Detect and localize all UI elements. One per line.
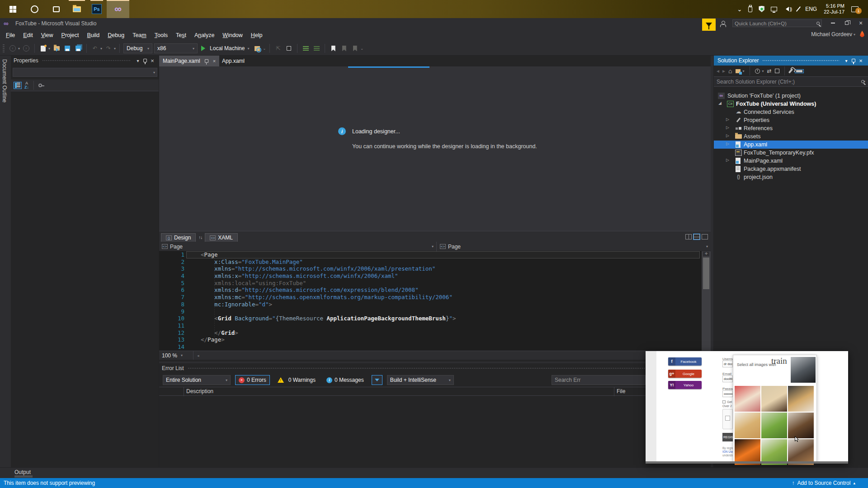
clock[interactable]: 5:16 PM 22-Jul-17 (824, 3, 844, 15)
properties-header[interactable]: Properties ▾ × (11, 56, 159, 66)
sign-in-icon[interactable] (720, 21, 726, 27)
newsletter-checkbox[interactable] (722, 400, 726, 404)
restore-button[interactable] (840, 18, 854, 28)
chevron-down-icon[interactable]: ▾ (48, 47, 50, 51)
collapse-pane-button[interactable] (702, 234, 708, 239)
speaker-icon[interactable]: )) (783, 7, 792, 12)
code-line-1[interactable]: 1<Page (159, 251, 711, 258)
drag-handle[interactable] (188, 367, 704, 370)
menu-file[interactable]: File (2, 31, 19, 40)
code-line-7[interactable]: 7 xmlns:mc="http://schemas.openxmlformat… (159, 294, 711, 301)
back-button[interactable]: ◂ (717, 68, 719, 74)
solution-explorer-search-input[interactable]: Search Solution Explorer (Ctrl+;) ▾ (714, 77, 868, 87)
code-line-14[interactable]: 14 (159, 343, 711, 351)
add-item-button[interactable] (52, 43, 61, 53)
close-icon[interactable]: × (857, 57, 864, 64)
properties-button[interactable] (788, 68, 793, 74)
tree-item-mainpage-xaml[interactable]: ▷MainPage.xaml (714, 157, 868, 165)
pending-changes-filter-button[interactable] (755, 69, 760, 74)
messages-filter-button[interactable]: i 0 Messages (323, 375, 367, 385)
start-debug-button[interactable]: Local Machine ▾ (199, 45, 251, 52)
captcha-tile-pancakes-coffee[interactable] (788, 386, 814, 412)
code-line-5[interactable]: 5 xmlns:local="using:FoxTube" (159, 280, 711, 287)
tree-item-package-appxmanifest[interactable]: Package.appxmanifest (714, 165, 868, 173)
next-bookmark-button[interactable] (350, 43, 359, 53)
warnings-filter-button[interactable]: ! 0 Warnings (274, 375, 319, 385)
scroll-left-icon[interactable]: ◂ (197, 353, 199, 358)
chevron-down-icon[interactable]: ▾ (743, 69, 745, 73)
tray-chevron-icon[interactable]: ⌄ (737, 6, 742, 13)
menu-analyze[interactable]: Analyze (190, 31, 218, 40)
captcha-tile-green-salad[interactable] (761, 413, 787, 438)
breadcrumb-left[interactable]: <> Page ▾ (159, 242, 436, 251)
bookmark-button[interactable] (329, 43, 338, 53)
chevron-down-icon[interactable]: ▾ (100, 47, 102, 51)
menu-window[interactable]: Window (218, 31, 246, 40)
register-button[interactable]: REGIS (722, 433, 733, 441)
collapse-all-button[interactable] (775, 69, 779, 73)
tab-mainpage-xaml[interactable]: MainPage.xaml × (159, 56, 219, 66)
properties-key-icon[interactable] (38, 84, 42, 87)
tree-item-solution-foxtube-1-project-[interactable]: ∞Solution 'FoxTube' (1 project) (714, 92, 868, 100)
menu-build[interactable]: Build (83, 31, 104, 40)
facebook-login-button[interactable]: fFacebook (668, 357, 702, 366)
navigate-forward-button[interactable]: › (22, 43, 31, 53)
code-line-12[interactable]: 12 </Grid> (159, 329, 711, 337)
tree-item-assets[interactable]: ▷Assets (714, 132, 868, 141)
chevron-down-icon[interactable]: ▾ (843, 58, 850, 63)
google-login-button[interactable]: g+Google (668, 370, 702, 378)
save-all-button[interactable] (74, 43, 83, 53)
menu-tools[interactable]: Tools (151, 31, 172, 40)
horizontal-split-button[interactable] (693, 234, 700, 239)
code-line-13[interactable]: 13</Page> (159, 336, 711, 343)
close-button[interactable]: × (854, 18, 868, 28)
navigate-back-button[interactable]: ‹ (8, 43, 17, 53)
attach-to-process-button[interactable] (253, 43, 262, 53)
drag-handle[interactable] (762, 60, 839, 62)
recaptcha-checkbox[interactable] (725, 416, 730, 421)
xaml-code-editor[interactable]: 1<Page2 x:Class="FoxTube.MainPage"3 xmln… (159, 251, 711, 351)
redo-button[interactable]: ↷ (104, 43, 113, 53)
usb-icon[interactable] (748, 6, 752, 12)
build-filter-dropdown[interactable]: Build + IntelliSense▾ (387, 375, 454, 385)
chevron-down-icon[interactable]: ▾ (762, 69, 764, 73)
splitter-grip-icon[interactable]: ✛ (703, 252, 709, 256)
chevron-down-icon[interactable]: ▾ (114, 47, 116, 51)
drag-handle[interactable] (42, 60, 131, 62)
pin-icon[interactable] (205, 59, 208, 63)
tree-item-foxtube-temporarykey-pfx[interactable]: FoxTube_TemporaryKey.pfx (714, 149, 868, 157)
menu-test[interactable]: Test (172, 31, 190, 40)
tree-item-connected-services[interactable]: ☁Connected Services (714, 108, 868, 116)
menu-view[interactable]: View (37, 31, 57, 40)
yahoo-login-button[interactable]: Y!Yahoo (668, 381, 702, 389)
password-field[interactable]: •••••••• (722, 390, 733, 397)
configuration-dropdown[interactable]: Debug▾ (123, 43, 152, 53)
code-line-6[interactable]: 6 xmlns:d="http://schemas.microsoft.com/… (159, 286, 711, 294)
error-list-header[interactable]: Error List (159, 363, 711, 373)
editor-vertical-scrollbar[interactable]: ✛ (702, 251, 711, 351)
code-line-4[interactable]: 4 xmlns:x="http://schemas.microsoft.com/… (159, 272, 711, 280)
code-line-3[interactable]: 3 xmlns="http://schemas.microsoft.com/wi… (159, 265, 711, 272)
show-all-files-button[interactable] (795, 69, 804, 73)
properties-object-dropdown[interactable]: ▾ (13, 68, 157, 77)
comment-button[interactable] (301, 43, 310, 53)
uncomment-button[interactable] (312, 43, 321, 53)
overflow-chevron-icon[interactable]: ⌄ (360, 47, 363, 51)
task-view-button[interactable] (47, 0, 65, 18)
user-account[interactable]: Michael Gordeev ▾ (811, 31, 855, 38)
menu-team[interactable]: Team (128, 31, 151, 40)
scope-dropdown[interactable]: Entire Solution▾ (163, 375, 231, 385)
close-icon[interactable]: × (149, 57, 156, 64)
tab-app-xaml[interactable]: App.xaml (218, 56, 248, 66)
document-outline-tab[interactable]: Document Outline (1, 59, 8, 103)
code-line-11[interactable]: 11 (159, 322, 711, 329)
chevron-down-icon[interactable]: ▾ (134, 58, 142, 63)
expander-expanded-icon[interactable]: ◢ (718, 101, 722, 105)
menu-project[interactable]: Project (57, 31, 83, 40)
chevron-down-icon[interactable]: ▾ (18, 47, 20, 51)
expander-collapsed-icon[interactable]: ▷ (726, 133, 729, 138)
save-button[interactable] (63, 43, 72, 53)
username-field[interactable]: dr dooli (722, 361, 733, 367)
find-in-files-button[interactable] (284, 43, 293, 53)
defender-shield-icon[interactable] (759, 6, 764, 12)
